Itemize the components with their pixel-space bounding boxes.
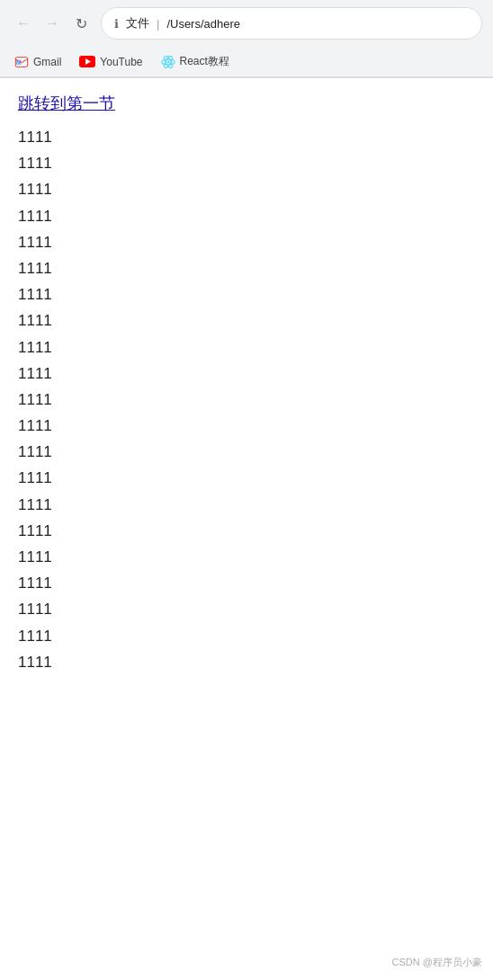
content-line: 1111	[18, 597, 475, 621]
back-button[interactable]: ←	[11, 11, 36, 36]
nav-buttons: ← → ↻	[11, 11, 94, 36]
youtube-label: YouTube	[100, 56, 142, 68]
content-line: 1111	[18, 650, 475, 674]
reload-button[interactable]: ↻	[68, 11, 94, 36]
address-bar[interactable]: ℹ 文件 | /Users/adhere	[101, 7, 482, 40]
jump-link[interactable]: 跳转到第一节	[18, 93, 475, 114]
address-separator: |	[157, 17, 159, 31]
content-line: 1111	[18, 545, 475, 569]
bookmark-youtube[interactable]: YouTube	[72, 52, 149, 72]
address-protocol: 文件	[126, 15, 149, 31]
address-path: /Users/adhere	[166, 17, 240, 31]
react-label: React教程	[180, 54, 229, 69]
content-line: 1111	[18, 256, 475, 281]
content-line: 1111	[18, 440, 475, 464]
content-line: 1111	[18, 282, 475, 307]
bookmarks-bar: M Gmail YouTube	[0, 47, 493, 77]
content-line: 1111	[18, 571, 475, 595]
forward-button[interactable]: →	[40, 11, 65, 36]
svg-point-6	[166, 60, 169, 63]
content-line: 1111	[18, 414, 475, 438]
browser-chrome: ← → ↻ ℹ 文件 | /Users/adhere M	[0, 0, 493, 78]
content-line: 1111	[18, 177, 475, 201]
content-line: 1111	[18, 125, 475, 149]
react-icon	[161, 55, 175, 69]
content-lines-container: 1111111111111111111111111111111111111111…	[18, 125, 475, 674]
bookmark-gmail[interactable]: M Gmail	[7, 51, 68, 73]
content-line: 1111	[18, 204, 475, 228]
content-line: 1111	[18, 361, 475, 386]
content-line: 1111	[18, 335, 475, 360]
svg-text:M: M	[16, 59, 22, 66]
content-line: 1111	[18, 493, 475, 517]
youtube-icon	[79, 56, 95, 67]
content-line: 1111	[18, 624, 475, 648]
address-bar-row: ← → ↻ ℹ 文件 | /Users/adhere	[0, 0, 493, 47]
forward-arrow-icon: →	[45, 15, 59, 31]
watermark: CSDN @程序员小豪	[392, 956, 482, 969]
reload-icon: ↻	[76, 15, 87, 32]
bookmark-react[interactable]: React教程	[154, 50, 237, 73]
content-line: 1111	[18, 151, 475, 175]
info-icon: ℹ	[114, 17, 119, 31]
content-line: 1111	[18, 308, 475, 333]
back-arrow-icon: ←	[16, 15, 31, 31]
content-line: 1111	[18, 519, 475, 543]
content-line: 1111	[18, 388, 475, 412]
page-content: 跳转到第一节 111111111111111111111111111111111…	[0, 78, 493, 690]
content-line: 1111	[18, 230, 475, 254]
gmail-label: Gmail	[33, 56, 61, 68]
gmail-icon: M	[14, 55, 29, 69]
content-line: 1111	[18, 466, 475, 490]
